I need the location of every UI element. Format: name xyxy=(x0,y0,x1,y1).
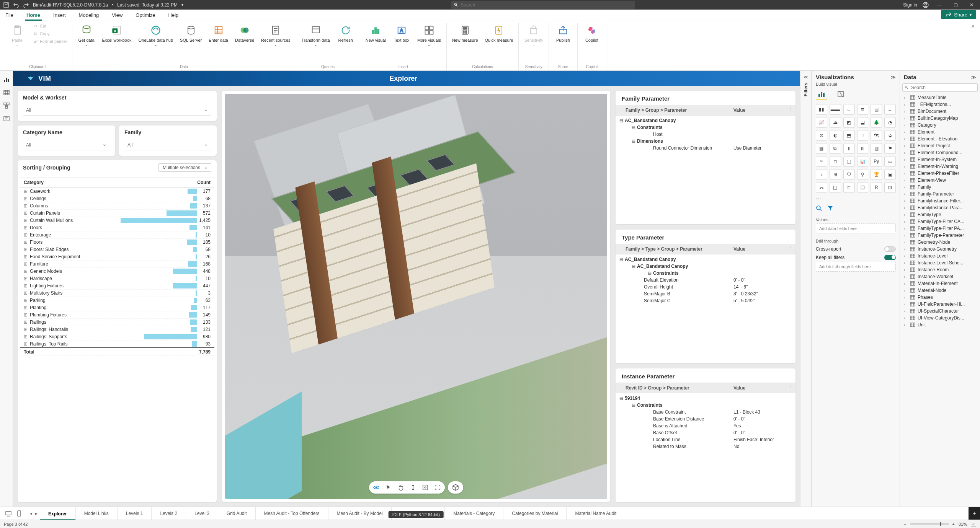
user-icon[interactable] xyxy=(923,2,929,8)
build-visual-icon[interactable] xyxy=(816,89,827,100)
param-row[interactable]: ⊟AC_Bandstand Canopy xyxy=(616,256,795,263)
table-row[interactable]: ⊞Floors: Slab Edges68 xyxy=(20,246,214,253)
menu-view[interactable]: View xyxy=(110,10,124,21)
table-row[interactable]: ⊞Doors141 xyxy=(20,224,214,231)
tab-next-icon[interactable]: ▸ xyxy=(35,511,38,516)
param-row[interactable]: Host xyxy=(616,131,795,138)
enter-data-button[interactable]: Enter data xyxy=(206,23,230,44)
new-visual-button[interactable]: New visual xyxy=(363,23,388,44)
data-table-item[interactable]: ›_EFMigrations... xyxy=(902,101,978,108)
viz-type-icon[interactable]: R xyxy=(871,182,882,193)
table-row[interactable]: ⊞Railings: Supports980 xyxy=(20,333,214,341)
more-icon[interactable]: ⋯ xyxy=(788,106,794,111)
param-row[interactable]: SemiMajor B8' - 0 23/32" xyxy=(616,290,795,297)
table-row[interactable]: ⊞Parking63 xyxy=(20,297,214,304)
model-workset-select[interactable] xyxy=(23,105,211,116)
page-tab[interactable]: Levels 2 xyxy=(151,507,186,520)
viz-type-icon[interactable]: ⌔ xyxy=(816,156,827,167)
values-dropzone[interactable]: Add data fields here xyxy=(816,223,896,233)
table-row[interactable]: ⊞Railings: Handrails121 xyxy=(20,326,214,333)
signin-link[interactable]: Sign in xyxy=(903,2,917,8)
get-data-button[interactable]: Get data⌄ xyxy=(75,23,98,49)
data-table-item[interactable]: ›UI-FieldParameter-Hi... xyxy=(902,301,978,308)
table-row[interactable]: ⊞Entourage10 xyxy=(20,231,214,239)
viz-type-icon[interactable]: ⬒ xyxy=(843,130,855,141)
param-row[interactable]: SemiMajor C5' - 5 0/32" xyxy=(616,297,795,304)
data-table-item[interactable]: ›FamilyType xyxy=(902,211,978,218)
viz-type-icon[interactable]: ▭ xyxy=(884,156,896,167)
data-table-item[interactable]: ›BimDocument xyxy=(902,108,978,115)
page-tab[interactable]: Levels 1 xyxy=(117,507,152,520)
onelake-button[interactable]: OneLake data hub⌄ xyxy=(136,23,176,49)
zoom-slider[interactable] xyxy=(910,523,949,525)
viz-type-icon[interactable]: 📈 xyxy=(816,117,827,128)
data-table-item[interactable]: ›Element-In-System xyxy=(902,156,978,163)
data-table-item[interactable]: ›Phases xyxy=(902,294,978,301)
data-table-item[interactable]: ›MeasureTable xyxy=(902,94,978,101)
table-row[interactable]: ⊞Hardscape10 xyxy=(20,275,214,282)
data-table-item[interactable]: ›Element-Compound... xyxy=(902,149,978,156)
minimize-button[interactable]: — xyxy=(934,2,945,8)
data-table-item[interactable]: ›Unit xyxy=(902,321,978,328)
menu-modeling[interactable]: Modeling xyxy=(77,10,101,21)
table-row[interactable]: ⊞Furniture168 xyxy=(20,261,214,268)
param-row[interactable]: Base Offset0' - 0" xyxy=(616,429,795,436)
data-table-item[interactable]: ›FamilyType-Filter CA... xyxy=(902,218,978,225)
more-visuals-button[interactable]: More visuals⌄ xyxy=(415,23,443,49)
viz-type-icon[interactable]: 🌲 xyxy=(871,117,882,128)
viz-type-icon[interactable]: ⚲ xyxy=(857,169,869,180)
add-page-button[interactable]: + xyxy=(969,507,980,520)
more-icon[interactable]: ⋯ xyxy=(788,245,794,250)
viz-type-icon[interactable]: 📊 xyxy=(857,156,869,167)
format-visual-icon[interactable] xyxy=(835,89,846,100)
viz-type-icon[interactable]: ≣ xyxy=(857,104,869,115)
model-view-icon[interactable] xyxy=(3,102,10,109)
param-row[interactable]: Base Extension Distance0' - 0" xyxy=(616,416,795,422)
recent-sources-button[interactable]: Recent sources⌄ xyxy=(259,23,292,49)
viz-type-icon[interactable]: ⫼ xyxy=(857,143,869,154)
viz-type-icon[interactable]: ⌗ xyxy=(857,130,869,141)
page-tab[interactable]: Material Name Audit xyxy=(566,507,625,520)
redo-icon[interactable] xyxy=(23,2,29,8)
cube-icon[interactable] xyxy=(452,484,459,491)
collapse-right-icon[interactable]: ≫ xyxy=(971,75,976,80)
table-row[interactable]: ⊞Curtain Wall Mullions1,425 xyxy=(20,217,214,224)
collapse-right-icon[interactable]: ≫ xyxy=(891,75,896,80)
viz-type-icon[interactable]: □ xyxy=(843,182,855,193)
copilot-button[interactable]: Copilot xyxy=(581,23,603,44)
page-tab[interactable]: Material by Model xyxy=(391,507,445,520)
pan-icon[interactable] xyxy=(397,484,404,491)
fullscreen-icon[interactable] xyxy=(434,484,441,491)
data-table-item[interactable]: ›Instance-Workset xyxy=(902,273,978,280)
param-row[interactable]: Base is AttachedYes xyxy=(616,422,795,429)
dataverse-button[interactable]: Dataverse xyxy=(233,23,256,44)
data-table-item[interactable]: ›Element xyxy=(902,129,978,135)
close-button[interactable]: ✕ xyxy=(966,2,977,8)
report-view-icon[interactable] xyxy=(3,76,10,83)
viz-filter-icon[interactable] xyxy=(827,205,833,211)
family-select[interactable] xyxy=(124,140,211,150)
viz-type-icon[interactable]: ▣ xyxy=(884,169,896,180)
viz-type-icon[interactable]: ▬▬ xyxy=(830,104,841,115)
sorting-select[interactable]: Multiple selections xyxy=(158,163,211,172)
fit-page-icon[interactable]: ⤢ xyxy=(971,522,976,526)
table-row[interactable]: ⊞Generic Models448 xyxy=(20,268,214,275)
viz-type-icon[interactable]: ⊞ xyxy=(830,169,841,180)
more-icon[interactable]: ⋯ xyxy=(788,384,794,389)
viz-type-icon[interactable]: ⫝ xyxy=(843,104,855,115)
page-tab[interactable]: Mesh Audit - By Model xyxy=(328,507,392,520)
data-table-item[interactable]: ›BuiltInCategoryMap xyxy=(902,115,978,122)
viz-type-icon[interactable]: ⊜ xyxy=(816,130,827,141)
data-table-item[interactable]: ›Instance-Room xyxy=(902,266,978,273)
table-row[interactable]: ⊞Curtain Panels572 xyxy=(20,210,214,217)
page-tab[interactable]: Level 3 xyxy=(186,507,218,520)
table-row[interactable]: ⊞Casework177 xyxy=(20,188,214,195)
viz-type-icon[interactable]: ◩ xyxy=(843,117,855,128)
data-table-item[interactable]: ›FamilyInstance-Para... xyxy=(902,204,978,211)
menu-insert[interactable]: Insert xyxy=(52,10,67,21)
viz-type-icon[interactable]: 🗺 xyxy=(871,130,882,141)
excel-button[interactable]: XExcel workbook xyxy=(100,23,134,44)
viz-type-icon[interactable]: ⧉ xyxy=(830,143,841,154)
param-row[interactable]: ⊟Constraints xyxy=(616,270,795,277)
expand-left-icon[interactable]: ≪ xyxy=(804,75,808,80)
